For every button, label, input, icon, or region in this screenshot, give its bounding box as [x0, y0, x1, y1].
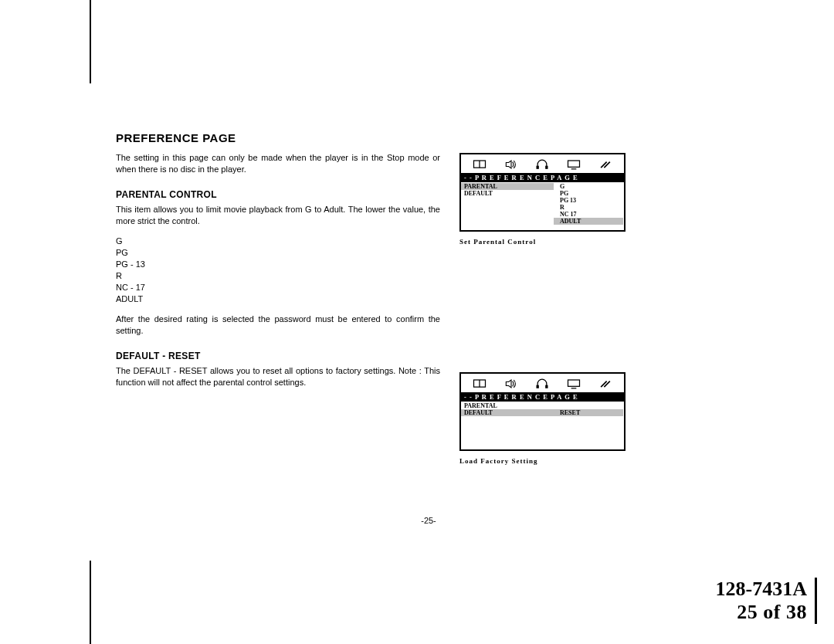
rating-item: PG	[116, 247, 440, 259]
svg-rect-4	[546, 166, 548, 169]
speaker-icon	[503, 378, 519, 390]
osd-right-item: PG	[554, 190, 623, 197]
section-parental-para2: After the desired rating is selected the…	[116, 314, 440, 337]
book-icon	[472, 158, 487, 171]
rating-item: NC - 17	[116, 282, 440, 293]
book-icon	[472, 378, 487, 390]
svg-rect-3	[537, 166, 539, 169]
rating-item: ADULT	[116, 293, 440, 305]
monitor-icon	[566, 378, 581, 390]
section-parental-para1: This item allows you to limit movie play…	[116, 204, 440, 227]
osd-body: PARENTAL G DEFAULT PG PG 13 R NC 17 ADUL…	[461, 182, 624, 230]
osd-right-item: RESET	[554, 409, 623, 416]
ratings-list: G PG PG - 13 R NC - 17 ADULT	[116, 236, 440, 304]
svg-marker-2	[506, 161, 511, 168]
osd-title: - - P R E F E R E N C E P A G E	[461, 173, 624, 182]
osd-panel-parental: - - P R E F E R E N C E P A G E PARENTAL…	[459, 153, 626, 232]
page-number: -25-	[116, 516, 741, 525]
svg-rect-12	[537, 385, 539, 388]
tools-icon	[598, 158, 613, 171]
manual-page: PREFERENCE PAGE The setting in this page…	[116, 131, 741, 525]
section-default-heading: DEFAULT - RESET	[116, 351, 440, 361]
rating-item: PG - 13	[116, 259, 440, 270]
crop-mark-bottom	[90, 561, 91, 644]
intro-paragraph: The setting in this page can only be mad…	[116, 152, 440, 175]
osd-title: - - P R E F E R E N C E P A G E	[461, 392, 624, 402]
crop-mark-top	[90, 0, 91, 83]
osd-right-item: NC 17	[554, 211, 623, 218]
osd-right-item: ADULT	[554, 218, 623, 225]
osd-caption: Set Parental Control	[459, 238, 626, 246]
osd-panel-default: - - P R E F E R E N C E P A G E PARENTAL…	[459, 372, 626, 451]
svg-rect-13	[546, 385, 548, 388]
osd-left-item: PARENTAL	[461, 183, 554, 190]
osd-left-item: DEFAULT	[461, 409, 554, 416]
page-title: PREFERENCE PAGE	[116, 131, 440, 144]
osd-body: PARENTAL DEFAULT RESET	[461, 402, 624, 449]
svg-rect-14	[568, 380, 580, 386]
osd-right-item	[554, 402, 623, 409]
osd-icon-row	[461, 154, 624, 173]
text-column: PREFERENCE PAGE The setting in this page…	[116, 131, 440, 388]
doc-id-page: 25 of 38	[716, 601, 807, 624]
headphones-icon	[534, 378, 550, 390]
osd-right-item: PG 13	[554, 197, 623, 204]
doc-id-number: 128-7431A	[716, 578, 807, 601]
headphones-icon	[534, 158, 550, 171]
rating-item: R	[116, 270, 440, 282]
osd-right-item: G	[554, 183, 623, 190]
svg-rect-5	[568, 161, 580, 167]
document-id: 128-7431A 25 of 38	[716, 578, 817, 624]
illustration-column: - - P R E F E R E N C E P A G E PARENTAL…	[459, 153, 626, 483]
section-parental-heading: PARENTAL CONTROL	[116, 189, 440, 200]
osd-caption: Load Factory Setting	[459, 457, 626, 465]
osd-left-item: DEFAULT	[461, 190, 554, 197]
rating-item: G	[116, 236, 440, 247]
osd-right-item: R	[554, 204, 623, 211]
monitor-icon	[566, 158, 581, 171]
section-default-para: The DEFAULT - RESET allows you to reset …	[116, 365, 440, 388]
svg-marker-11	[506, 380, 511, 388]
spacer	[459, 264, 626, 372]
osd-icon-row	[461, 374, 624, 392]
speaker-icon	[503, 158, 519, 171]
osd-left-item: PARENTAL	[461, 402, 554, 409]
tools-icon	[598, 378, 613, 390]
